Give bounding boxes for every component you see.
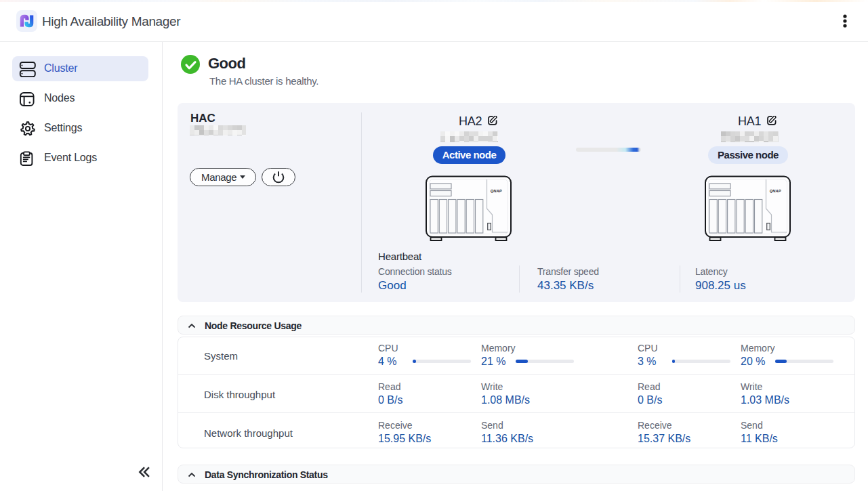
svg-text:QNAP: QNAP [491,189,502,193]
svg-text:QNAP: QNAP [770,189,781,193]
